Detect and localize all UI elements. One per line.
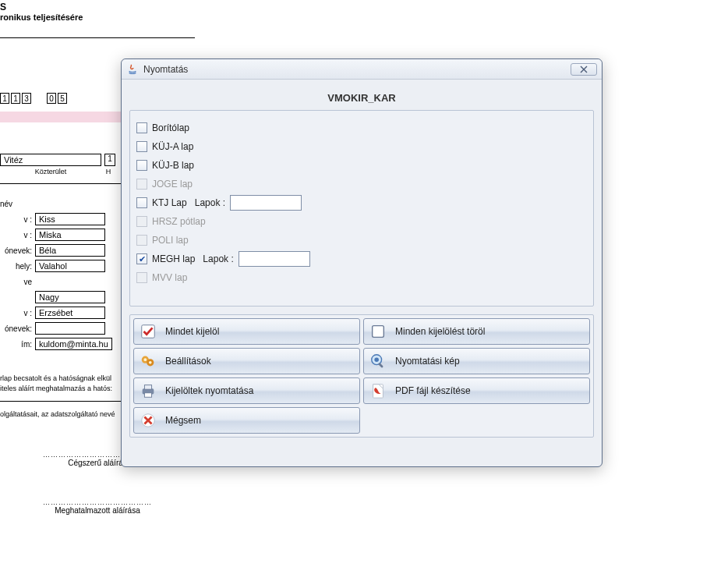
section-title: VMOKIR_KAR [129, 86, 594, 110]
print-selected-button[interactable]: Kijelöltek nyomtatása [133, 377, 360, 404]
lapok-label: Lapok : [203, 253, 233, 264]
check-label: KÜJ-A lap [152, 141, 193, 152]
checkbox[interactable] [136, 253, 147, 264]
signature-block: …………………………………… Meghatalmazott aláírása [0, 498, 195, 515]
select-all-button[interactable]: Mindet kijelöl [133, 318, 360, 345]
checkbox[interactable] [136, 141, 147, 152]
check-label: Borítólap [152, 122, 189, 133]
checkbox[interactable] [136, 197, 147, 208]
bg-row-label: v : [0, 215, 35, 224]
checkbox [136, 235, 147, 246]
sig-dots: …………………………………… [0, 498, 195, 506]
digit-box: 1 [11, 93, 20, 104]
bg-row-field: Miska [35, 229, 105, 241]
bg-row-field: Erzsébet [35, 307, 105, 319]
check-label: JOGE lap [152, 179, 193, 190]
check-label: HRSZ pótlap [152, 216, 206, 227]
lapok-input[interactable] [239, 251, 310, 267]
lapok-label: Lapok : [195, 197, 225, 208]
button-label: Nyomtatási kép [395, 356, 460, 367]
bg-header: S [0, 2, 195, 12]
cancel-button[interactable]: Mégsem [133, 407, 360, 434]
bg-subheader: ronikus teljesítésére [0, 12, 195, 22]
check-label: POLI lap [152, 235, 189, 246]
bg-row-label: v : [0, 309, 35, 317]
printer-icon [139, 381, 157, 400]
clear-all-icon [369, 322, 387, 341]
button-label: Mindet kijelöl [165, 326, 219, 337]
cancel-icon [139, 411, 157, 430]
print-dialog: Nyomtatás VMOKIR_KAR BorítólapKÜJ-A lapK… [121, 58, 603, 467]
check-row-megh-lap: MEGH lapLapok : [136, 250, 587, 268]
svg-rect-10 [144, 385, 151, 390]
svg-point-5 [149, 361, 152, 364]
button-label: Mégsem [165, 415, 201, 426]
kozterulet-label: Közterület [0, 168, 101, 175]
lapok-input[interactable] [230, 195, 302, 211]
checkbox[interactable] [136, 160, 147, 171]
bg-row-label: hely: [0, 262, 35, 271]
java-icon [126, 63, 139, 76]
bg-row-field: Kiss [35, 213, 105, 225]
check-label: MVV lap [152, 272, 187, 283]
bg-row-field: Béla [35, 244, 105, 257]
select-all-icon [139, 322, 157, 341]
digit-box: 5 [58, 93, 67, 104]
button-label: Beállítások [165, 356, 211, 367]
button-panel: Mindet kijelöl Minden kijelölést töröl B… [129, 314, 594, 438]
check-row-bor-t-lap: Borítólap [136, 119, 587, 137]
check-row-k-j-b-lap: KÜJ-B lap [136, 156, 587, 175]
bg-row-field: Nagy [35, 291, 105, 303]
check-row-ktj-lap: KTJ LapLapok : [136, 193, 587, 212]
check-row-poli-lap: POLI lap [136, 231, 587, 250]
checklist-panel: BorítólapKÜJ-A lapKÜJ-B lapJOGE lapKTJ L… [129, 110, 594, 307]
check-label: KÜJ-B lap [152, 160, 194, 171]
pdf-button[interactable]: PDF fájl készítése [363, 377, 590, 404]
bg-top-right: 1 [104, 154, 115, 166]
button-label: Minden kijelölést töröl [395, 326, 485, 337]
digit-box: 3 [22, 93, 31, 104]
bg-row-label: v : [0, 231, 35, 239]
svg-point-4 [144, 358, 147, 361]
close-button[interactable] [571, 63, 597, 76]
pdf-icon [369, 381, 387, 400]
checkbox [136, 272, 147, 283]
button-label: PDF fájl készítése [395, 385, 471, 396]
check-row-mvv-lap: MVV lap [136, 268, 587, 287]
sig-label: Meghatalmazott aláírása [0, 506, 195, 515]
digit-box: 1 [0, 93, 9, 104]
svg-rect-11 [144, 393, 151, 398]
bg-row-label: ónevek: [0, 324, 35, 333]
checkbox[interactable] [136, 122, 147, 133]
bg-row-label: ónevek: [0, 246, 35, 255]
preview-icon [369, 352, 387, 370]
clear-all-button[interactable]: Minden kijelölést töröl [363, 318, 590, 345]
h-label: H [101, 168, 115, 175]
button-label: Kijelöltek nyomtatása [165, 385, 253, 396]
bg-row-field: kuldom@minta.hu [35, 338, 112, 350]
checkbox [136, 216, 147, 227]
svg-rect-1 [373, 326, 384, 338]
titlebar: Nyomtatás [122, 59, 602, 80]
check-row-k-j-a-lap: KÜJ-A lap [136, 137, 587, 156]
check-label: KTJ Lap [152, 197, 187, 208]
bg-row-label: ve [0, 278, 35, 286]
dialog-title: Nyomtatás [143, 64, 571, 75]
check-row-joge-lap: JOGE lap [136, 175, 587, 193]
settings-button[interactable]: Beállítások [133, 348, 360, 374]
check-row-hrsz-p-tlap: HRSZ pótlap [136, 212, 587, 231]
settings-icon [139, 352, 157, 370]
check-label: MEGH lap [152, 253, 195, 264]
digit-box: 0 [47, 93, 56, 104]
svg-point-7 [374, 357, 379, 362]
bg-row-field: Valahol [35, 260, 105, 272]
bg-row-field [35, 322, 105, 335]
checkbox [136, 179, 147, 190]
preview-button[interactable]: Nyomtatási kép [363, 348, 590, 374]
bg-row-label: ím: [0, 340, 35, 349]
bg-top-field: Vitéz [0, 154, 101, 166]
